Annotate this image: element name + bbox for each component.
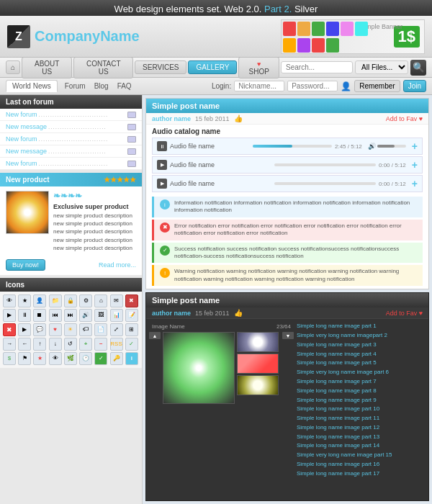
list-item[interactable]: Simple long name image part 4 <box>297 350 426 359</box>
icon-check[interactable]: ✓ <box>125 338 138 351</box>
list-item[interactable]: Simple long name image part 16 <box>297 460 426 469</box>
thumb-1[interactable] <box>237 332 279 352</box>
audio-progress-3[interactable] <box>274 182 376 185</box>
icon-star2[interactable]: ★ <box>33 352 46 365</box>
post1-share-icon[interactable]: 👍 <box>234 114 243 122</box>
list-item[interactable]: Simple long name image part 13 <box>297 433 426 442</box>
icon-grid[interactable]: ⊞ <box>125 323 138 336</box>
services-button[interactable]: SERVICES <box>135 60 186 74</box>
audio-progress-1[interactable] <box>253 145 333 148</box>
icon-tag[interactable]: 🏷 <box>79 323 92 336</box>
icon-star[interactable]: ★ <box>18 294 31 307</box>
icon-sun[interactable]: ☀ <box>64 323 77 336</box>
icon-clock[interactable]: 🕐 <box>79 352 92 365</box>
list-item[interactable]: Simple long name image part 17 <box>297 469 426 479</box>
audio-pause-btn[interactable]: ⏸ <box>157 141 167 151</box>
icon-minus[interactable]: − <box>94 338 107 351</box>
forum-item[interactable]: New forum .............................. <box>0 109 142 121</box>
thumb-2[interactable] <box>237 354 279 374</box>
list-item[interactable]: Simple long name image part 7 <box>297 377 426 387</box>
icon-prev[interactable]: ⏮ <box>49 309 62 322</box>
icon-folder[interactable]: 📁 <box>49 294 62 307</box>
forum-item[interactable]: New forum .............................. <box>0 158 142 170</box>
icon-note[interactable]: 📝 <box>125 309 138 322</box>
forum-item[interactable]: New forum .............................. <box>0 133 142 145</box>
audio-play-btn-3[interactable]: ▶ <box>157 179 167 189</box>
read-more-button[interactable]: Read more... <box>99 259 136 271</box>
about-button[interactable]: ABOUT US <box>22 57 72 78</box>
list-item[interactable]: Simple long name image part 12 <box>297 423 426 433</box>
scroll-up-btn[interactable]: ▲ <box>149 332 161 339</box>
icon-mail[interactable]: ✉ <box>110 294 123 307</box>
icon-next[interactable]: ⏭ <box>64 309 77 322</box>
list-item[interactable]: Simple long name image part 14 <box>297 441 426 451</box>
icon-pause[interactable]: ⏸ <box>18 309 31 322</box>
icon-key[interactable]: 🔑 <box>110 352 123 365</box>
icon-flag[interactable]: ⚑ <box>18 352 31 365</box>
icon-eye2[interactable]: 👁 <box>49 352 62 365</box>
list-item[interactable]: Simple very long name imagepart 2 <box>297 331 426 341</box>
icon-chart[interactable]: 📊 <box>110 309 123 322</box>
icon-plus[interactable]: + <box>79 338 92 351</box>
join-button[interactable]: Join <box>403 80 426 92</box>
gallery-button[interactable]: GALLERY <box>188 60 237 74</box>
contact-button[interactable]: CONTACT US <box>73 57 133 78</box>
file-filter-select[interactable]: All Files... <box>355 60 408 74</box>
list-item[interactable]: Simple long name image part 9 <box>297 396 426 405</box>
blog-link[interactable]: Blog <box>94 82 109 90</box>
icon-video[interactable]: ▶ <box>18 323 31 336</box>
volume-bar-1[interactable] <box>377 145 406 148</box>
shop-button[interactable]: ♥ SHOP <box>238 57 279 78</box>
icon-info2[interactable]: i <box>125 352 138 365</box>
audio-add-btn-2[interactable]: + <box>412 159 418 171</box>
audio-play-btn-2[interactable]: ▶ <box>157 160 167 170</box>
icon-dollar[interactable]: $ <box>3 352 16 365</box>
icon-arrow-r[interactable]: → <box>3 338 16 351</box>
audio-add-btn-3[interactable]: + <box>412 178 418 189</box>
nickname-input[interactable] <box>234 81 284 91</box>
icon-gear[interactable]: ⚙ <box>79 294 92 307</box>
icon-home[interactable]: ⌂ <box>94 294 107 307</box>
list-item[interactable]: Simple long name image part 10 <box>297 405 426 414</box>
list-item[interactable]: Simple very long name image part 15 <box>297 451 426 460</box>
icon-image[interactable]: 🖼 <box>94 309 107 322</box>
audio-progress-2[interactable] <box>274 163 376 166</box>
post2-add-fav[interactable]: Add to Fav ♥ <box>386 310 423 317</box>
icon-refresh[interactable]: ↺ <box>64 338 77 351</box>
list-item[interactable]: Simple long name image part 1 <box>297 322 426 331</box>
home-button[interactable]: ⌂ <box>6 60 20 74</box>
icon-lock[interactable]: 🔒 <box>64 294 77 307</box>
password-input[interactable] <box>287 81 338 91</box>
icon-rss[interactable]: RSS <box>110 338 123 351</box>
scroll-down-btn[interactable]: ▼ <box>282 332 294 339</box>
icon-arrow-l[interactable]: ← <box>18 338 31 351</box>
remember-button[interactable]: Remember <box>354 80 400 92</box>
list-item[interactable]: Simple very long name image part 6 <box>297 368 426 377</box>
post2-share-icon[interactable]: 👍 <box>234 309 243 317</box>
post1-add-fav[interactable]: Add to Fav ♥ <box>386 115 423 122</box>
icon-heart[interactable]: ♥ <box>49 323 62 336</box>
audio-add-btn-1[interactable]: + <box>412 140 418 152</box>
icon-check2[interactable]: ✓ <box>94 352 107 365</box>
forum-link[interactable]: Forum <box>65 82 86 90</box>
buy-button[interactable]: Buy now! <box>6 259 45 271</box>
forum-item[interactable]: New message ......................... <box>0 121 142 133</box>
icon-x[interactable]: ✖ <box>3 323 16 336</box>
thumb-3[interactable] <box>237 375 279 395</box>
icon-leaf[interactable]: 🌿 <box>64 352 77 365</box>
forum-item[interactable]: New message ......................... <box>0 145 142 158</box>
icon-play[interactable]: ▶ <box>3 309 16 322</box>
icon-arrow-u[interactable]: ↑ <box>33 338 46 351</box>
list-item[interactable]: Simple long name image part 11 <box>297 414 426 423</box>
tab-world-news[interactable]: World News <box>6 80 58 92</box>
list-item[interactable]: Simple long name image part 5 <box>297 359 426 368</box>
icon-expand[interactable]: ⤢ <box>110 323 123 336</box>
icon-chat[interactable]: 💬 <box>33 323 46 336</box>
icon-eye[interactable]: 👁 <box>3 294 16 307</box>
icon-bell[interactable]: ✖ <box>125 294 138 307</box>
icon-user[interactable]: 👤 <box>33 294 46 307</box>
icon-stop[interactable]: ⏹ <box>33 309 46 322</box>
list-item[interactable]: Simple long name image part 8 <box>297 387 426 396</box>
search-button[interactable]: 🔍 <box>410 60 426 76</box>
search-input[interactable] <box>281 61 353 73</box>
